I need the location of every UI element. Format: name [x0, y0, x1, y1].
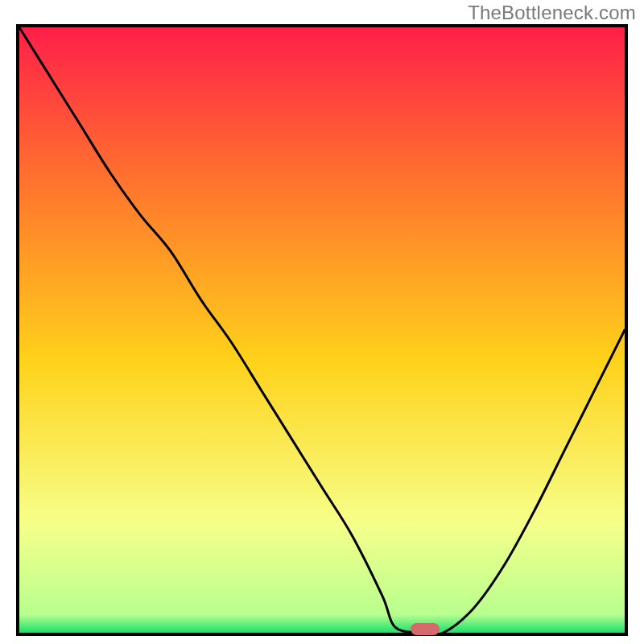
chart-background: [19, 27, 625, 633]
watermark-text: TheBottleneck.com: [468, 2, 636, 24]
chart-area: [19, 27, 625, 633]
chart-svg: [19, 27, 625, 633]
chart-frame: [16, 24, 628, 636]
optimal-marker: [411, 623, 440, 635]
